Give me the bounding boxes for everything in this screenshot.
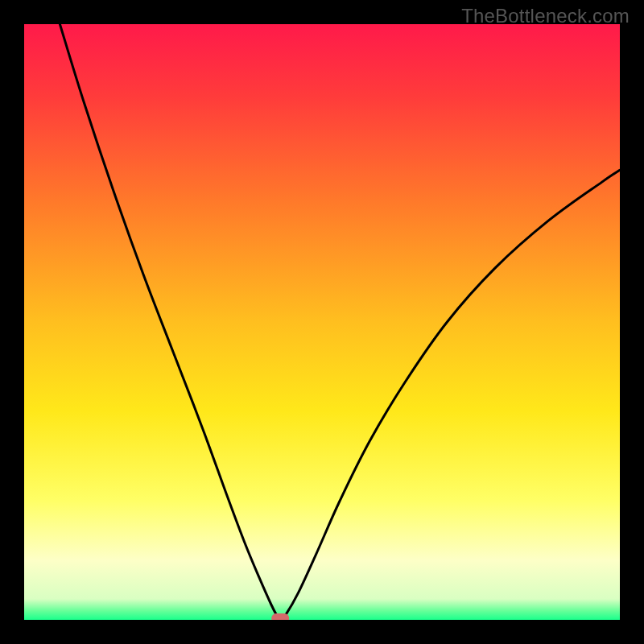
gradient-background — [24, 24, 620, 620]
plot-area — [24, 24, 620, 620]
watermark-text: TheBottleneck.com — [461, 5, 630, 27]
plot-svg — [24, 24, 620, 620]
chart-frame: TheBottleneck.com — [0, 0, 644, 644]
minimum-marker — [271, 613, 289, 620]
